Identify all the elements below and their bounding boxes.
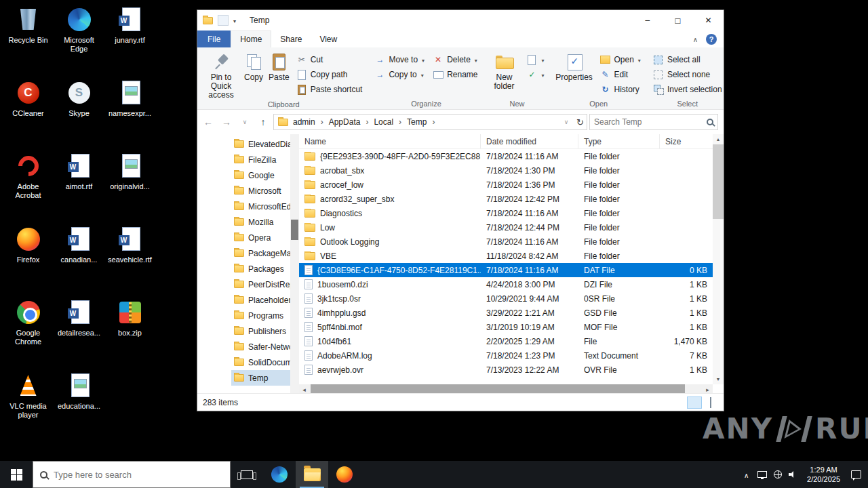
delete-button[interactable]: Delete — [429, 52, 481, 67]
title-bar[interactable]: Temp — [197, 10, 724, 30]
file-row[interactable]: 3jk1tcsp.0sr 10/29/2021 9:44 AM 0SR File… — [299, 291, 713, 306]
desktop-icon[interactable]: aimot.rtf — [54, 148, 104, 221]
copy-path-button[interactable]: Copy path — [293, 67, 366, 82]
open-button[interactable]: Open — [597, 52, 644, 67]
breadcrumb-item[interactable]: Local — [370, 117, 403, 127]
select-all-button[interactable]: Select all — [650, 52, 726, 67]
history-button[interactable]: History — [597, 82, 644, 97]
volume-tray-button[interactable] — [785, 461, 801, 488]
edit-button[interactable]: Edit — [597, 67, 644, 82]
refresh-icon[interactable] — [576, 117, 584, 127]
back-button[interactable] — [200, 114, 216, 130]
chevron-right-icon[interactable] — [397, 117, 403, 127]
invert-selection-button[interactable]: Invert selection — [650, 82, 726, 97]
start-button[interactable] — [0, 461, 33, 488]
breadcrumb[interactable]: admin AppData Local Temp — [273, 114, 587, 130]
desktop-icon[interactable]: Recycle Bin — [3, 1, 54, 75]
ribbon-tab[interactable]: Home — [231, 30, 271, 47]
ribbon-tab[interactable]: View — [311, 30, 346, 47]
column-header-size[interactable]: Size — [660, 134, 713, 148]
column-header-type[interactable]: Type — [578, 134, 660, 148]
file-row[interactable]: 4imhpplu.gsd 3/29/2022 1:21 AM GSD File … — [299, 306, 713, 320]
desktop-icon[interactable]: Google Chrome — [3, 294, 54, 367]
customize-toolbar-chevron-icon[interactable] — [233, 16, 236, 25]
scroll-left-arrow-icon[interactable] — [299, 384, 309, 394]
file-row[interactable]: Low 7/18/2024 12:44 PM File folder — [299, 220, 713, 235]
minimize-button[interactable] — [632, 10, 663, 30]
file-row[interactable]: Outlook Logging 7/18/2024 11:16 AM File … — [299, 235, 713, 249]
nav-folder-item[interactable]: SolidDocum... — [231, 354, 290, 370]
file-row[interactable]: 5pff4nbi.mof 3/1/2019 10:19 AM MOF File … — [299, 320, 713, 334]
navigation-scrollbar[interactable] — [290, 134, 299, 393]
breadcrumb-item[interactable]: Temp — [403, 117, 437, 127]
chevron-right-icon[interactable] — [430, 117, 437, 127]
vertical-scroll-thumb[interactable] — [713, 144, 724, 219]
desktop-icon[interactable]: Firefox — [3, 221, 54, 294]
desktop-icon[interactable]: seavehicle.rtf — [104, 221, 155, 294]
select-none-button[interactable]: Select none — [650, 67, 726, 82]
column-header-name[interactable]: Name — [299, 134, 481, 148]
nav-folder-item[interactable]: FileZilla — [231, 152, 290, 167]
column-header-date-modified[interactable]: Date modified — [481, 134, 578, 148]
file-row[interactable]: aevrwjeb.ovr 7/13/2023 12:22 AM OVR File… — [299, 363, 713, 377]
desktop-icon[interactable]: namesexpr... — [104, 75, 155, 148]
taskbar-clock[interactable]: 1:29 AM 2/20/2025 — [801, 465, 846, 484]
nav-folder-item[interactable]: MicrosoftEd... — [231, 199, 290, 214]
paste-button[interactable]: Paste — [267, 50, 292, 82]
breadcrumb-item[interactable]: AppData — [326, 117, 371, 127]
nav-folder-item[interactable]: Placeholder... — [231, 292, 290, 308]
file-row[interactable]: acrobat_sbx 7/18/2024 1:30 PM File folde… — [299, 163, 713, 178]
recent-locations-chevron-icon[interactable] — [237, 114, 253, 130]
nav-folder-item[interactable]: PeerDistRep... — [231, 277, 290, 292]
search-input[interactable] — [594, 117, 704, 127]
desktop-icon[interactable]: VLC media player — [3, 367, 54, 441]
scroll-up-arrow-icon[interactable] — [713, 134, 724, 144]
file-row[interactable]: {9EE293E3-390D-48FF-A2D0-59F3E2EC88... 7… — [299, 149, 713, 163]
minimize-ribbon-icon[interactable] — [693, 35, 698, 44]
search-box[interactable] — [589, 114, 718, 130]
nav-folder-item[interactable]: Packages — [231, 261, 290, 277]
file-row[interactable]: VBE 11/18/2024 8:42 AM File folder — [299, 249, 713, 263]
pin-to-quick-access-button[interactable]: Pin to Quick access — [201, 50, 241, 100]
nav-folder-item[interactable]: Mozilla — [231, 214, 290, 230]
easy-access-button[interactable] — [523, 67, 547, 82]
horizontal-scrollbar[interactable] — [299, 384, 713, 393]
breadcrumb-item[interactable]: admin — [290, 117, 326, 127]
maximize-button[interactable] — [663, 10, 693, 30]
desktop-icon[interactable]: detailresea... — [54, 294, 104, 367]
scroll-right-arrow-icon[interactable] — [703, 384, 713, 394]
navigation-scrollbar-thumb[interactable] — [291, 220, 298, 240]
chevron-right-icon[interactable] — [319, 117, 326, 127]
desktop-icon[interactable]: canadian... — [54, 221, 104, 294]
tab-file[interactable]: File — [197, 30, 231, 47]
desktop-icon[interactable]: educationa... — [54, 367, 104, 441]
desktop-icon[interactable]: originalvid... — [104, 148, 155, 221]
copy-button[interactable]: Copy — [242, 50, 265, 82]
file-row[interactable]: AdobeARM.log 7/18/2024 1:23 PM Text Docu… — [299, 348, 713, 363]
taskbar-firefox-button[interactable] — [328, 461, 361, 488]
rename-button[interactable]: Rename — [429, 67, 481, 82]
horizontal-scroll-track[interactable] — [309, 384, 703, 393]
cut-button[interactable]: Cut — [293, 52, 366, 67]
up-button[interactable] — [255, 114, 271, 130]
move-to-button[interactable]: Move to — [371, 52, 428, 67]
task-view-button[interactable] — [231, 461, 263, 488]
new-item-button[interactable] — [523, 52, 547, 67]
quick-access-button[interactable] — [218, 15, 229, 26]
properties-button[interactable]: Properties — [553, 50, 595, 82]
nav-folder-item[interactable]: ElevatedDiag... — [231, 136, 290, 152]
file-row[interactable]: acrocef_low 7/18/2024 1:36 PM File folde… — [299, 178, 713, 192]
taskbar-search-input[interactable] — [54, 470, 223, 480]
nav-folder-item[interactable]: PackageMa... — [231, 245, 290, 261]
desktop-icon[interactable]: junany.rtf — [104, 1, 155, 75]
action-center-button[interactable] — [846, 470, 865, 479]
network-tray-button[interactable] — [770, 461, 785, 488]
nav-folder-item[interactable]: Temp — [231, 370, 290, 386]
copy-to-button[interactable]: Copy to — [371, 67, 428, 82]
desktop-icon[interactable]: Skype — [54, 75, 104, 148]
file-row[interactable]: Diagnostics 7/18/2024 11:16 AM File fold… — [299, 206, 713, 220]
new-folder-button[interactable]: New folder — [486, 50, 521, 91]
file-row[interactable]: acrord32_super_sbx 7/18/2024 12:42 PM Fi… — [299, 192, 713, 206]
address-dropdown-icon[interactable] — [561, 114, 571, 130]
chevron-right-icon[interactable] — [363, 117, 370, 127]
